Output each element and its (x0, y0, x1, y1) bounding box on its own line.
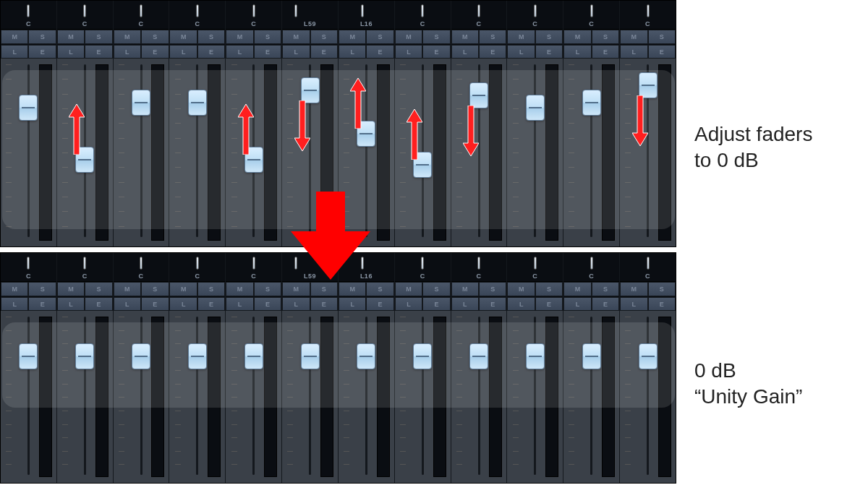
edit-button[interactable]: E (648, 45, 676, 59)
pan-slider[interactable] (116, 4, 166, 20)
edit-button[interactable]: E (28, 45, 56, 59)
pan-slider[interactable] (566, 257, 616, 272)
solo-button[interactable]: S (141, 30, 169, 44)
edit-button[interactable]: E (592, 45, 619, 59)
edit-button[interactable]: E (141, 45, 169, 59)
solo-button[interactable]: S (422, 282, 450, 296)
listen-button[interactable]: L (563, 297, 591, 311)
pan-slider[interactable] (4, 4, 54, 20)
fader-track[interactable] (27, 64, 30, 237)
listen-button[interactable]: L (226, 297, 253, 311)
edit-button[interactable]: E (310, 297, 338, 311)
pan-knob[interactable] (294, 257, 297, 270)
mute-button[interactable]: M (563, 282, 591, 296)
edit-button[interactable]: E (254, 45, 281, 59)
pan-slider[interactable] (116, 257, 166, 272)
solo-button[interactable]: S (479, 282, 506, 296)
solo-button[interactable]: S (479, 30, 506, 44)
mute-button[interactable]: M (395, 30, 422, 44)
pan-knob[interactable] (590, 4, 593, 17)
mute-button[interactable]: M (226, 30, 253, 44)
solo-button[interactable]: S (254, 30, 281, 44)
fader-track[interactable] (309, 317, 311, 475)
listen-button[interactable]: L (169, 297, 197, 311)
pan-slider[interactable] (60, 4, 110, 20)
listen-button[interactable]: L (620, 297, 647, 311)
pan-knob[interactable] (294, 4, 297, 17)
solo-button[interactable]: S (197, 282, 225, 296)
listen-button[interactable]: L (507, 45, 535, 59)
listen-button[interactable]: L (339, 297, 366, 311)
fader-track[interactable] (478, 317, 480, 475)
fader-handle[interactable] (244, 147, 263, 173)
edit-button[interactable]: E (197, 45, 225, 59)
fader-track[interactable] (140, 317, 142, 475)
solo-button[interactable]: S (535, 30, 563, 44)
pan-knob[interactable] (83, 257, 86, 270)
edit-button[interactable]: E (85, 45, 112, 59)
pan-knob[interactable] (252, 4, 255, 17)
listen-button[interactable]: L (1, 45, 28, 59)
edit-button[interactable]: E (535, 297, 563, 311)
fader-track[interactable] (27, 317, 30, 475)
edit-button[interactable]: E (28, 297, 56, 311)
listen-button[interactable]: L (339, 45, 366, 59)
mute-button[interactable]: M (57, 30, 85, 44)
fader-track[interactable] (84, 317, 86, 475)
pan-knob[interactable] (140, 257, 142, 270)
mute-button[interactable]: M (282, 30, 310, 44)
pan-knob[interactable] (27, 4, 30, 17)
fader-track[interactable] (422, 317, 424, 475)
pan-slider[interactable] (510, 257, 560, 272)
fader-handle[interactable] (188, 343, 207, 369)
solo-button[interactable]: S (141, 282, 169, 296)
mute-button[interactable]: M (451, 30, 479, 44)
mute-button[interactable]: M (563, 30, 591, 44)
mute-button[interactable]: M (57, 282, 85, 296)
edit-button[interactable]: E (197, 297, 225, 311)
pan-slider[interactable] (285, 4, 335, 20)
pan-knob[interactable] (477, 257, 480, 270)
pan-knob[interactable] (196, 4, 199, 17)
fader-handle[interactable] (469, 343, 488, 369)
fader-handle[interactable] (188, 90, 207, 116)
pan-knob[interactable] (361, 4, 364, 17)
solo-button[interactable]: S (592, 30, 619, 44)
mute-button[interactable]: M (339, 30, 366, 44)
mute-button[interactable]: M (395, 282, 422, 296)
mute-button[interactable]: M (339, 282, 366, 296)
pan-knob[interactable] (361, 257, 364, 270)
pan-knob[interactable] (83, 4, 86, 17)
pan-knob[interactable] (252, 257, 255, 270)
mute-button[interactable]: M (282, 282, 310, 296)
fader-handle[interactable] (132, 90, 150, 116)
fader-handle[interactable] (75, 343, 94, 369)
pan-slider[interactable] (623, 4, 673, 20)
pan-knob[interactable] (421, 4, 424, 17)
solo-button[interactable]: S (28, 30, 56, 44)
edit-button[interactable]: E (254, 297, 281, 311)
mute-button[interactable]: M (114, 30, 141, 44)
solo-button[interactable]: S (254, 282, 281, 296)
pan-slider[interactable] (172, 257, 222, 272)
solo-button[interactable]: S (535, 282, 563, 296)
listen-button[interactable]: L (395, 45, 422, 59)
pan-slider[interactable] (229, 4, 278, 20)
fader-track[interactable] (534, 317, 536, 475)
fader-handle[interactable] (244, 343, 263, 369)
edit-button[interactable]: E (422, 297, 450, 311)
mute-button[interactable]: M (620, 30, 647, 44)
fader-track[interactable] (422, 64, 424, 237)
edit-button[interactable]: E (592, 297, 619, 311)
pan-slider[interactable] (4, 257, 54, 272)
solo-button[interactable]: S (85, 282, 112, 296)
pan-slider[interactable] (623, 257, 673, 272)
pan-slider[interactable] (341, 257, 391, 272)
solo-button[interactable]: S (648, 282, 676, 296)
listen-button[interactable]: L (114, 45, 141, 59)
solo-button[interactable]: S (28, 282, 56, 296)
fader-track[interactable] (365, 64, 367, 237)
pan-knob[interactable] (647, 4, 650, 17)
fader-handle[interactable] (357, 343, 375, 369)
mute-button[interactable]: M (114, 282, 141, 296)
